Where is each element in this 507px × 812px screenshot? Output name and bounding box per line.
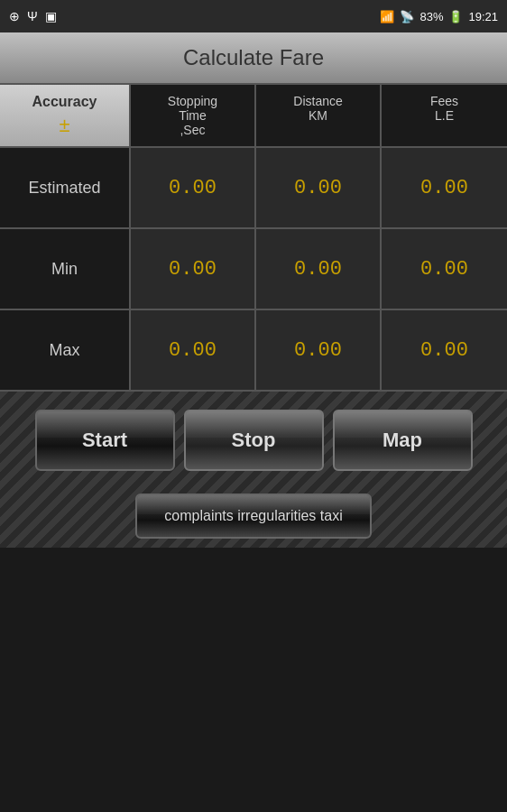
complaint-row: complaints irregularities taxi <box>9 494 498 539</box>
time-display: 19:21 <box>468 10 498 23</box>
estimated-fees: 0.00 <box>382 148 507 227</box>
min-label: Min <box>0 229 131 309</box>
fees-header: FeesL.E <box>382 85 507 146</box>
max-label: Max <box>0 310 131 390</box>
headset-icon: Ψ <box>27 9 38 23</box>
usb-icon: ⊕ <box>9 9 20 23</box>
accuracy-header-cell: Accuracy ± <box>0 85 131 146</box>
start-button[interactable]: Start <box>35 410 175 471</box>
battery-icon: 🔋 <box>448 10 463 23</box>
stopping-time-header: StoppingTime,Sec <box>131 85 256 146</box>
image-icon: ▣ <box>45 9 57 23</box>
page-title: Calculate Fare <box>183 45 324 70</box>
battery-text: 83% <box>419 10 443 23</box>
estimated-label: Estimated <box>0 148 131 227</box>
max-distance: 0.00 <box>256 310 382 390</box>
estimated-row: Estimated 0.00 0.00 0.00 <box>0 148 507 229</box>
status-right-info: 📶 📡 83% 🔋 19:21 <box>380 10 498 23</box>
title-bar: Calculate Fare <box>0 32 507 83</box>
accuracy-icon: ± <box>59 114 69 137</box>
min-distance: 0.00 <box>256 229 382 309</box>
min-stopping-time: 0.00 <box>131 229 256 309</box>
bottom-area: Start Stop Map complaints irregularities… <box>0 392 507 548</box>
estimated-stopping-time: 0.00 <box>131 148 256 227</box>
min-row: Min 0.00 0.00 0.00 <box>0 229 507 310</box>
complaint-button[interactable]: complaints irregularities taxi <box>135 494 371 539</box>
status-bar: ⊕ Ψ ▣ 📶 📡 83% 🔋 19:21 <box>0 0 507 32</box>
max-stopping-time: 0.00 <box>131 310 256 390</box>
accuracy-label: Accuracy <box>32 94 97 110</box>
table-header-row: Accuracy ± StoppingTime,Sec DistanceKM F… <box>0 85 507 148</box>
min-fees: 0.00 <box>382 229 507 309</box>
distance-header: DistanceKM <box>256 85 382 146</box>
stop-button[interactable]: Stop <box>184 410 324 471</box>
action-buttons-row: Start Stop Map <box>9 410 498 471</box>
max-fees: 0.00 <box>382 310 507 390</box>
map-button[interactable]: Map <box>333 410 473 471</box>
estimated-distance: 0.00 <box>256 148 382 227</box>
fare-table: Accuracy ± StoppingTime,Sec DistanceKM F… <box>0 83 507 392</box>
status-left-icons: ⊕ Ψ ▣ <box>9 9 57 23</box>
max-row: Max 0.00 0.00 0.00 <box>0 310 507 392</box>
wifi-icon: 📶 <box>380 10 394 23</box>
signal-icon: 📡 <box>400 10 414 23</box>
